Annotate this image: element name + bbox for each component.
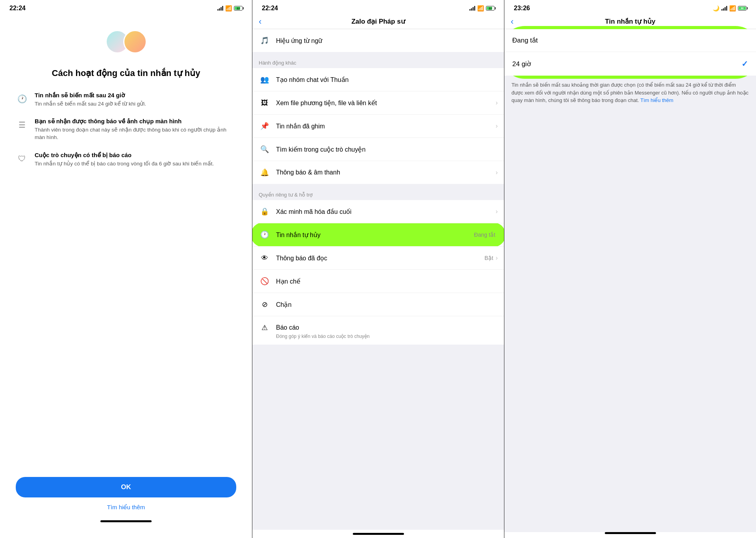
info-body-2: Thành viên trong đoạn chat này sẽ nhận đ… (35, 126, 236, 141)
timer-option-24h[interactable]: 24 giờ ✓ (504, 52, 756, 76)
badge-self-destruct: Đang tắt (474, 232, 495, 238)
timer-options-wrap: Đang tắt 24 giờ ✓ (504, 29, 756, 76)
phone1-main: Cách hoạt động của tin nhắn tự hủy 🕐 Tin… (0, 14, 252, 538)
chevron-files: › (496, 99, 498, 106)
learn-more-link-3[interactable]: Tìm hiểu thêm (640, 97, 673, 103)
pin-icon: 📌 (259, 120, 271, 132)
shield-icon: 🛡 (16, 152, 28, 165)
back-button-3[interactable]: ‹ (511, 17, 513, 27)
status-icons-3: 🌙 📶 80 (713, 5, 747, 11)
status-bar-1: 22:24 📶 22 (0, 0, 252, 14)
info-body-3: Tin nhắn tự hủy có thể bị báo cáo trong … (35, 160, 214, 168)
menu-item-read-receipt[interactable]: 👁 Thông báo đã đọc Bật › (252, 247, 504, 270)
menu-text-emoji: Hiệu ứng từ ngữ (276, 37, 498, 45)
search-icon: 🔍 (259, 143, 271, 155)
top-section: 🎵 Hiệu ứng từ ngữ (252, 29, 504, 52)
section-1-group: 👥 Tạo nhóm chat với Thuần 🖼 Xem file phư… (252, 68, 504, 184)
menu-item-self-destruct[interactable]: 🕐 Tin nhắn tự hủy Đang tắt (252, 223, 504, 247)
info-heading-3: Cuộc trò chuyện có thể bị báo cáo (35, 152, 214, 159)
menu-text-self-destruct: Tin nhắn tự hủy (276, 231, 474, 239)
home-indicator-3 (605, 532, 656, 534)
battery-pct-2: 22 (489, 7, 492, 10)
wifi-icon-2: 📶 (477, 5, 484, 11)
menu-text-pinned: Tin nhắn đã ghim (276, 122, 496, 130)
menu-item-pinned[interactable]: 📌 Tin nhắn đã ghim › (252, 115, 504, 138)
list-icon: ☰ (16, 119, 28, 131)
chevron-pinned: › (496, 122, 498, 130)
bell-icon: 🔔 (259, 167, 271, 178)
wifi-icon-1: 📶 (225, 5, 232, 11)
time-2: 22:24 (262, 5, 278, 12)
back-button-2[interactable]: ‹ (259, 17, 261, 27)
chevron-notifications: › (496, 169, 498, 176)
clock-icon: 🕐 (16, 93, 28, 105)
avatar-2 (123, 30, 147, 54)
battery-1: 22 (234, 6, 243, 11)
menu-item-notifications[interactable]: 🔔 Thông báo & âm thanh › (252, 161, 504, 184)
section-2-group: 🔒 Xác minh mã hóa đầu cuối › 🕐 Tin nhắn … (252, 200, 504, 345)
menu-item-search[interactable]: 🔍 Tìm kiếm trong cuộc trò chuyện (252, 138, 504, 161)
menu-item-emoji[interactable]: 🎵 Hiệu ứng từ ngữ (252, 29, 504, 52)
signal-icon-3 (721, 6, 727, 11)
info-body-1: Tin nhắn sẽ biến mất sau 24 giờ kể từ kh… (35, 100, 146, 108)
phone-3: 23:26 🌙 📶 80 ‹ Tin nhắn tự hủy (504, 0, 756, 538)
info-item-2: ☰ Bạn sẽ nhận được thông báo về ảnh chụp… (16, 118, 236, 141)
timer-option-text-off: Đang tắt (512, 36, 748, 45)
home-indicator-1 (100, 520, 152, 522)
section-label-2: Quyền riêng tư & hỗ trợ (252, 187, 504, 200)
badge-read-receipt: Bật (484, 255, 493, 261)
menu-text-group-chat: Tạo nhóm chat với Thuần (276, 76, 498, 83)
menu-item-group-chat[interactable]: 👥 Tạo nhóm chat với Thuần (252, 68, 504, 91)
menu-text-notifications: Thông báo & âm thanh (276, 169, 496, 176)
info-item-1: 🕐 Tin nhắn sẽ biến mất sau 24 giờ Tin nh… (16, 92, 236, 108)
eye-icon: 👁 (259, 252, 271, 264)
phone2-scroll[interactable]: 🎵 Hiệu ứng từ ngữ Hành động khác 👥 Tạo n… (252, 29, 504, 530)
check-icon-24h: ✓ (741, 59, 748, 69)
menu-item-restrict[interactable]: 🚫 Hạn chế (252, 270, 504, 293)
home-indicator-2 (353, 533, 404, 535)
section-label-1: Hành động khác (252, 55, 504, 68)
timer-option-off[interactable]: Đang tắt (504, 29, 756, 52)
menu-text-restrict: Hạn chế (276, 278, 498, 285)
battery-3: 80 (738, 6, 747, 11)
status-bar-2: 22:24 📶 22 (252, 0, 504, 14)
time-1: 22:24 (9, 5, 26, 12)
info-heading-2: Bạn sẽ nhận được thông báo về ảnh chụp m… (35, 118, 236, 125)
menu-item-report[interactable]: ⚠ Báo cáo Đóng góp ý kiến và báo cáo cuộ… (252, 316, 504, 345)
menu-item-encryption[interactable]: 🔒 Xác minh mã hóa đầu cuối › (252, 200, 504, 223)
menu-item-files[interactable]: 🖼 Xem file phương tiện, file và liên kết… (252, 91, 504, 115)
phone3-header: ‹ Tin nhắn tự hủy (504, 14, 756, 29)
emoji-icon: 🎵 (259, 35, 271, 46)
battery-2: 22 (486, 6, 495, 11)
restrict-icon: 🚫 (259, 275, 271, 287)
header-title-2: Zalo đại Pháp sư (351, 17, 405, 26)
timer-desc-text: Tin nhắn sẽ biến mất sau khoảng thời gia… (511, 82, 749, 103)
avatar-group (106, 30, 147, 54)
time-3: 23:26 (514, 5, 530, 12)
menu-text-encryption: Xác minh mã hóa đầu cuối (276, 208, 496, 215)
status-icons-1: 📶 22 (217, 5, 243, 11)
moon-icon: 🌙 (713, 5, 719, 11)
chevron-read-receipt: › (496, 254, 498, 262)
warning-icon: ⚠ (259, 322, 271, 334)
ok-button[interactable]: OK (16, 477, 236, 497)
page-title-1: Cách hoạt động của tin nhắn tự hủy (52, 68, 200, 79)
phone3-main: Đang tắt 24 giờ ✓ Tin nhắn sẽ biến mất s… (504, 29, 756, 532)
wifi-icon-3: 📶 (729, 5, 736, 11)
menu-text-search: Tìm kiếm trong cuộc trò chuyện (276, 146, 498, 153)
phone2-header: ‹ Zalo đại Pháp sư (252, 14, 504, 29)
menu-text-report: Báo cáo (276, 324, 498, 331)
learn-more-link-1[interactable]: Tìm hiểu thêm (107, 504, 145, 511)
signal-icon-2 (469, 6, 475, 11)
block-icon: ⊘ (259, 299, 271, 310)
battery-pct-1: 22 (237, 7, 240, 10)
files-icon: 🖼 (259, 97, 271, 109)
timer-icon: 🕐 (259, 229, 271, 241)
menu-item-block[interactable]: ⊘ Chặn (252, 293, 504, 316)
lock-icon: 🔒 (259, 206, 271, 217)
chevron-encryption: › (496, 208, 498, 215)
group-icon: 👥 (259, 74, 271, 85)
header-title-3: Tin nhắn tự hủy (605, 17, 655, 26)
report-subtitle: Đóng góp ý kiến và báo cáo cuộc trò chuy… (259, 334, 370, 339)
status-bar-3: 23:26 🌙 📶 80 (504, 0, 756, 14)
